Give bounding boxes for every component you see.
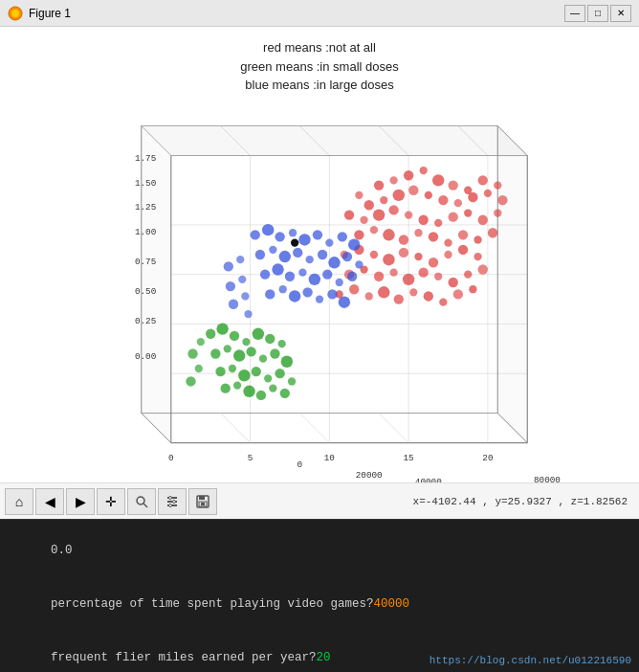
console: 0.0 percentage of time spent playing vid… bbox=[0, 519, 639, 672]
svg-point-68 bbox=[438, 195, 448, 205]
svg-marker-4 bbox=[497, 125, 527, 442]
svg-point-123 bbox=[469, 285, 476, 293]
svg-point-88 bbox=[414, 229, 422, 236]
svg-point-126 bbox=[275, 232, 284, 241]
svg-point-85 bbox=[370, 226, 378, 234]
svg-marker-2 bbox=[142, 125, 528, 155]
svg-point-172 bbox=[224, 345, 231, 352]
console-line-1: 0.0 bbox=[8, 524, 631, 577]
svg-point-55 bbox=[404, 170, 413, 180]
svg-point-81 bbox=[464, 209, 472, 216]
minimize-button[interactable]: — bbox=[564, 5, 585, 22]
svg-point-151 bbox=[279, 285, 287, 293]
svg-point-121 bbox=[439, 299, 447, 306]
back-button[interactable]: ◀ bbox=[35, 488, 64, 515]
svg-point-153 bbox=[302, 287, 312, 297]
svg-point-144 bbox=[285, 272, 295, 281]
svg-text:40000: 40000 bbox=[415, 477, 442, 482]
svg-point-142 bbox=[260, 270, 270, 280]
svg-text:0: 0 bbox=[297, 459, 303, 470]
svg-point-166 bbox=[230, 331, 239, 341]
svg-point-201 bbox=[173, 500, 176, 503]
scatter-plot: 1.75 1.50 1.25 1.00 0.75 0.50 0.25 0.00 … bbox=[0, 27, 639, 482]
svg-point-76 bbox=[388, 205, 398, 214]
svg-point-119 bbox=[409, 288, 417, 296]
svg-point-69 bbox=[454, 199, 462, 207]
svg-point-169 bbox=[265, 334, 275, 344]
svg-text:0.25: 0.25 bbox=[135, 316, 156, 326]
svg-point-79 bbox=[434, 219, 442, 227]
svg-point-139 bbox=[328, 257, 340, 268]
svg-text:1.25: 1.25 bbox=[135, 202, 156, 213]
svg-point-132 bbox=[348, 238, 360, 250]
svg-point-184 bbox=[288, 377, 296, 385]
svg-point-77 bbox=[405, 211, 412, 218]
home-button[interactable]: ⌂ bbox=[5, 488, 33, 515]
svg-point-186 bbox=[233, 381, 241, 389]
blog-link[interactable]: https://blog.csdn.net/u012216590 bbox=[430, 655, 631, 666]
svg-point-113 bbox=[478, 264, 488, 274]
svg-text:20000: 20000 bbox=[356, 470, 383, 481]
svg-point-181 bbox=[252, 367, 261, 376]
svg-point-173 bbox=[233, 349, 245, 361]
save-button[interactable] bbox=[188, 488, 217, 515]
svg-point-120 bbox=[424, 291, 433, 301]
svg-point-175 bbox=[259, 355, 267, 363]
svg-point-74 bbox=[360, 216, 367, 224]
svg-point-147 bbox=[322, 270, 332, 280]
svg-line-32 bbox=[299, 414, 329, 443]
forward-button[interactable]: ▶ bbox=[66, 488, 95, 515]
svg-point-103 bbox=[474, 253, 481, 260]
svg-point-90 bbox=[444, 238, 452, 246]
svg-point-101 bbox=[444, 251, 452, 258]
svg-point-141 bbox=[355, 260, 363, 268]
svg-point-161 bbox=[241, 292, 249, 300]
svg-text:10: 10 bbox=[324, 453, 335, 463]
svg-point-87 bbox=[399, 235, 408, 244]
svg-text:20: 20 bbox=[482, 453, 493, 463]
svg-point-152 bbox=[289, 290, 300, 302]
svg-point-194 bbox=[186, 376, 195, 386]
svg-point-64 bbox=[380, 196, 387, 204]
svg-point-130 bbox=[325, 238, 333, 246]
svg-point-75 bbox=[373, 209, 385, 220]
svg-text:0.00: 0.00 bbox=[135, 351, 156, 362]
maximize-button[interactable]: □ bbox=[587, 5, 608, 22]
svg-point-89 bbox=[429, 232, 438, 241]
svg-point-116 bbox=[365, 292, 373, 300]
svg-point-107 bbox=[389, 268, 397, 276]
svg-rect-204 bbox=[199, 496, 205, 500]
svg-text:1.50: 1.50 bbox=[135, 178, 156, 189]
svg-point-170 bbox=[278, 340, 286, 347]
svg-point-84 bbox=[354, 230, 364, 239]
svg-point-67 bbox=[425, 191, 432, 199]
svg-point-176 bbox=[270, 348, 279, 358]
zoom-icon bbox=[135, 495, 148, 508]
svg-point-195 bbox=[137, 497, 144, 504]
svg-point-56 bbox=[420, 167, 428, 174]
svg-point-65 bbox=[393, 190, 405, 201]
svg-point-177 bbox=[281, 356, 293, 368]
svg-point-163 bbox=[244, 310, 252, 318]
svg-point-137 bbox=[306, 256, 314, 263]
svg-point-86 bbox=[383, 229, 394, 240]
svg-point-92 bbox=[474, 235, 481, 243]
svg-point-159 bbox=[238, 276, 246, 283]
close-button[interactable]: ✕ bbox=[610, 5, 631, 22]
pan-button[interactable]: ✛ bbox=[97, 488, 125, 515]
svg-point-52 bbox=[291, 238, 298, 246]
svg-point-66 bbox=[408, 186, 418, 195]
svg-point-133 bbox=[255, 250, 265, 259]
svg-point-154 bbox=[316, 295, 323, 302]
svg-point-167 bbox=[242, 338, 250, 346]
svg-point-72 bbox=[497, 195, 507, 205]
svg-point-98 bbox=[399, 248, 408, 258]
svg-point-165 bbox=[216, 323, 228, 334]
svg-point-179 bbox=[229, 365, 236, 372]
svg-point-188 bbox=[256, 391, 266, 400]
svg-point-164 bbox=[206, 329, 215, 339]
zoom-button[interactable] bbox=[127, 488, 156, 515]
svg-point-106 bbox=[374, 272, 384, 281]
svg-point-183 bbox=[275, 369, 284, 378]
settings-button[interactable] bbox=[158, 488, 187, 515]
